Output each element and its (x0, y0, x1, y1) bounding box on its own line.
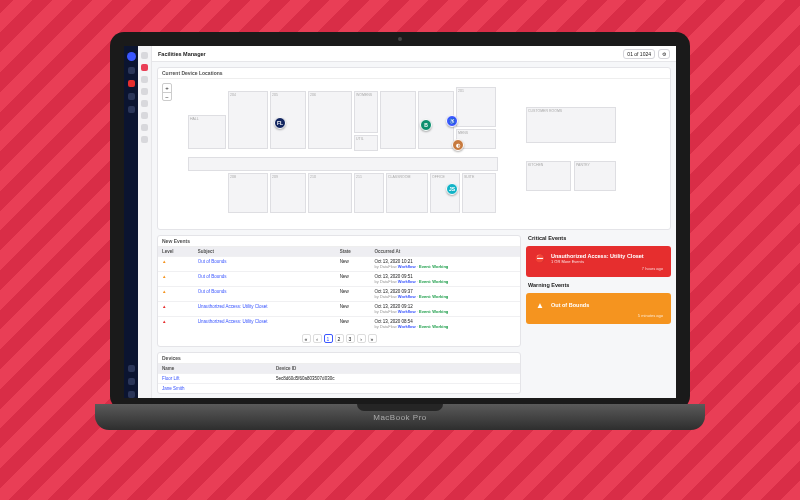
laptop-notch (357, 404, 443, 411)
page-button[interactable]: 2 (335, 334, 344, 343)
col-device-id[interactable]: Device ID (272, 364, 520, 374)
sec-nav-3[interactable] (141, 76, 148, 83)
page-button[interactable]: 3 (346, 334, 355, 343)
room: 206 (308, 91, 352, 149)
event-subject[interactable]: Unauthorized Access: Utility Closet (194, 302, 336, 317)
devices-table: Name Device ID Floor Lift5ec8d60d5f60a80… (158, 364, 520, 393)
col-state[interactable]: State (336, 247, 371, 257)
critical-events-heading: Critical Events (526, 235, 671, 241)
no-entry-icon: ⛔ (534, 252, 546, 264)
warning-events-heading: Warning Events (526, 282, 671, 288)
col-occurred[interactable]: Occurred At (370, 247, 520, 257)
room: HALL (188, 115, 226, 149)
event-occurred: Oct 13, 2020 10:21by DataFlow Workflow ·… (370, 257, 520, 272)
page-button[interactable]: › (357, 334, 366, 343)
sec-nav-8[interactable] (141, 136, 148, 143)
nav-item-bottom-3[interactable] (128, 391, 135, 398)
device-name[interactable]: Floor Lift (158, 374, 272, 384)
page-button[interactable]: ‹ (313, 334, 322, 343)
event-state: New (336, 317, 371, 332)
level-icon: ▲ (158, 287, 194, 302)
map-card-title: Current Device Locations (158, 68, 670, 79)
event-subject[interactable]: Out of Bounds (194, 272, 336, 287)
nav-item-bottom-2[interactable] (128, 378, 135, 385)
map-card: Current Device Locations + − HALL2042052… (157, 67, 671, 230)
critical-event-card[interactable]: ⛔ Unauthorized Access: Utility Closet 1 … (526, 246, 671, 277)
sec-nav-5[interactable] (141, 100, 148, 107)
nav-item-1[interactable] (128, 67, 135, 74)
room: PANTRY (574, 161, 616, 191)
device-name[interactable]: Jane Smith (158, 384, 272, 394)
page-button[interactable]: « (302, 334, 311, 343)
device-pin[interactable]: JS (446, 183, 458, 195)
warning-event-title: Out of Bounds (551, 302, 589, 308)
room: CUSTOMER ROOMS (526, 107, 616, 143)
events-table-title: New Events (158, 236, 520, 247)
event-state: New (336, 287, 371, 302)
room: 204 (228, 91, 268, 149)
level-icon: ▲ (158, 272, 194, 287)
laptop-frame: Facilities Manager 01 of 1024 ⚙ Current … (95, 32, 705, 447)
nav-item-4[interactable] (128, 106, 135, 113)
sec-nav-1[interactable] (141, 52, 148, 59)
room: 208 (228, 173, 268, 213)
event-row[interactable]: ▲Unauthorized Access: Utility ClosetNewO… (158, 302, 520, 317)
header-settings-button[interactable]: ⚙ (658, 49, 670, 59)
nav-item-bottom-1[interactable] (128, 365, 135, 372)
col-subject[interactable]: Subject (194, 247, 336, 257)
devices-table-card: Devices Name Device ID Floor Lift5ec8d60… (157, 352, 521, 394)
event-state: New (336, 272, 371, 287)
event-row[interactable]: ▲Out of BoundsNewOct 13, 2020 09:51by Da… (158, 272, 520, 287)
floorplan-map[interactable]: + − HALL204205206WOMENSUTIL201MENSCUSTOM… (158, 79, 670, 229)
laptop-brand-label: MacBook Pro (373, 413, 427, 422)
room: CLASSROOM (386, 173, 428, 213)
event-subject[interactable]: Out of Bounds (194, 287, 336, 302)
sec-nav-7[interactable] (141, 124, 148, 131)
event-subject[interactable]: Out of Bounds (194, 257, 336, 272)
events-table: Level Subject State Occurred At ▲Out of … (158, 247, 520, 331)
sec-nav-active[interactable] (141, 64, 148, 71)
event-occurred: Oct 13, 2020 08:54by DataFlow Workflow ·… (370, 317, 520, 332)
level-icon: ▲ (158, 257, 194, 272)
nav-item-3[interactable] (128, 93, 135, 100)
device-pin[interactable]: ♿ (446, 115, 458, 127)
col-level[interactable]: Level (158, 247, 194, 257)
room: KITCHEN (526, 161, 571, 191)
camera-dot (398, 37, 402, 41)
device-row[interactable]: Floor Lift5ec8d60d5f60a803507d030c (158, 374, 520, 384)
room: 210 (308, 173, 352, 213)
zoom-control: + − (162, 83, 172, 101)
warning-triangle-icon: ▲ (534, 299, 546, 311)
device-row[interactable]: Jane Smith (158, 384, 520, 394)
record-pager[interactable]: 01 of 1024 (623, 49, 655, 59)
device-pin[interactable]: ◐ (452, 139, 464, 151)
event-row[interactable]: ▲Unauthorized Access: Utility ClosetNewO… (158, 317, 520, 332)
device-id (272, 384, 520, 394)
room: 209 (270, 173, 306, 213)
page-button[interactable]: 1 (324, 334, 333, 343)
event-row[interactable]: ▲Out of BoundsNewOct 13, 2020 10:21by Da… (158, 257, 520, 272)
page-header: Facilities Manager 01 of 1024 ⚙ (152, 46, 676, 62)
warning-event-card[interactable]: ▲ Out of Bounds 5 minutes ago (526, 293, 671, 324)
sec-nav-6[interactable] (141, 112, 148, 119)
event-row[interactable]: ▲Out of BoundsNewOct 13, 2020 09:37by Da… (158, 287, 520, 302)
sec-nav-4[interactable] (141, 88, 148, 95)
room (380, 91, 416, 149)
device-pin[interactable]: FL (274, 117, 286, 129)
warning-event-time: 5 minutes ago (534, 313, 663, 318)
event-subject[interactable]: Unauthorized Access: Utility Closet (194, 317, 336, 332)
room: 201 (456, 87, 496, 127)
room: SUITE (462, 173, 496, 213)
secondary-nav-rail (138, 46, 152, 398)
critical-event-sub: 1 OR More Events (551, 259, 644, 264)
event-state: New (336, 302, 371, 317)
page-button[interactable]: » (368, 334, 377, 343)
zoom-in-button[interactable]: + (163, 84, 171, 92)
col-device-name[interactable]: Name (158, 364, 272, 374)
zoom-out-button[interactable]: − (163, 92, 171, 100)
nav-item-alert[interactable] (128, 80, 135, 87)
page-title: Facilities Manager (158, 51, 206, 57)
device-id: 5ec8d60d5f60a803507d030c (272, 374, 520, 384)
event-occurred: Oct 13, 2020 09:12by DataFlow Workflow ·… (370, 302, 520, 317)
device-pin[interactable]: B (420, 119, 432, 131)
